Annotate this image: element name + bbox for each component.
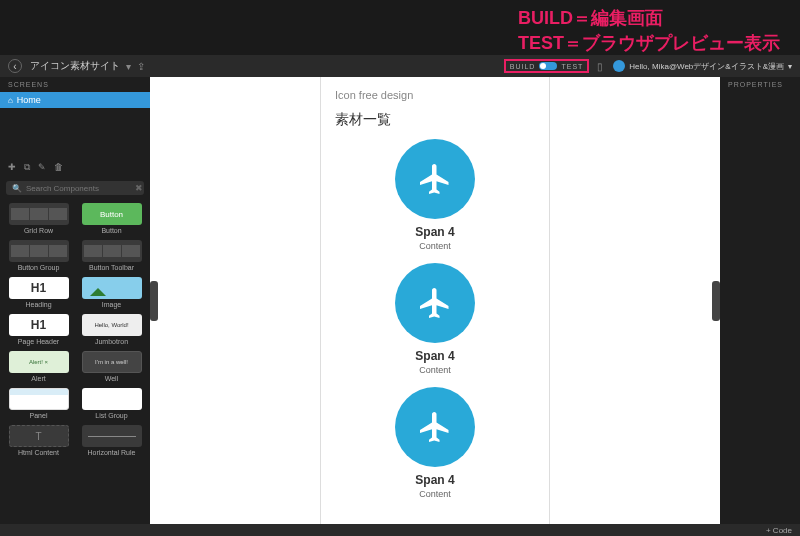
annotation-overlay: BUILD＝編集画面 TEST＝ブラウザプレビュー表示 (518, 6, 780, 56)
left-panel: SCREENS ⌂ Home ✚ ⧉ ✎ 🗑 🔍 ✖ Grid RowButto… (0, 77, 150, 524)
component-preview: I'm in a well! (82, 351, 142, 373)
component-preview (82, 277, 142, 299)
component-label: Well (105, 375, 118, 382)
content-card[interactable]: Span 4Content (335, 387, 535, 499)
component-alert[interactable]: Alert! ×Alert (4, 351, 73, 382)
mode-build-label: BUILD (510, 63, 536, 70)
left-resize-handle[interactable] (150, 281, 158, 321)
search-components[interactable]: 🔍 ✖ (6, 181, 144, 195)
component-label: Horizontal Rule (88, 449, 136, 456)
tool-row: ✚ ⧉ ✎ 🗑 (0, 158, 150, 177)
component-label: Button Toolbar (89, 264, 134, 271)
code-toggle[interactable]: + Code (766, 526, 792, 535)
component-preview: T (9, 425, 69, 447)
content-card[interactable]: Span 4Content (335, 263, 535, 375)
right-panel: PROPERTIES (720, 77, 800, 524)
device-icon[interactable]: ▯ (597, 61, 603, 72)
card-icon-circle (395, 139, 475, 219)
component-preview (82, 388, 142, 410)
component-html-content[interactable]: THtml Content (4, 425, 73, 456)
screen-item-label: Home (17, 95, 41, 105)
properties-label: PROPERTIES (720, 77, 800, 92)
home-icon: ⌂ (8, 96, 13, 105)
component-preview (9, 240, 69, 262)
chevron-down-icon: ▾ (788, 62, 792, 71)
chevron-down-icon[interactable]: ▾ (126, 61, 131, 72)
component-preview: H1 (9, 314, 69, 336)
component-label: Alert (31, 375, 45, 382)
card-content: Content (419, 365, 451, 375)
component-preview (82, 425, 142, 447)
card-title: Span 4 (415, 225, 454, 239)
component-label: Jumbotron (95, 338, 128, 345)
card-content: Content (419, 489, 451, 499)
page-title[interactable]: 素材一覧 (335, 111, 535, 129)
search-input[interactable] (26, 184, 131, 193)
component-label: List Group (95, 412, 127, 419)
component-label: Html Content (18, 449, 59, 456)
component-label: Image (102, 301, 121, 308)
user-menu[interactable]: Hello, Mika@Webデザイン&イラスト&漫画 ▾ (613, 60, 792, 72)
copy-icon[interactable]: ⧉ (24, 162, 30, 173)
project-title[interactable]: アイコン素材サイト (30, 59, 120, 73)
component-preview: H1 (9, 277, 69, 299)
mode-toggle[interactable]: BUILD TEST (504, 59, 590, 73)
card-title: Span 4 (415, 473, 454, 487)
card-content: Content (419, 241, 451, 251)
component-preview: Button (82, 203, 142, 225)
canvas[interactable]: Icon free design 素材一覧 Span 4ContentSpan … (150, 77, 720, 524)
screens-label: SCREENS (0, 77, 150, 92)
annotation-line2: TEST＝ブラウザプレビュー表示 (518, 31, 780, 56)
clear-icon[interactable]: ✖ (135, 183, 143, 193)
annotation-line1: BUILD＝編集画面 (518, 6, 780, 31)
share-icon[interactable]: ⇪ (137, 61, 145, 72)
component-preview (9, 203, 69, 225)
component-jumbotron[interactable]: Hello, World!Jumbotron (77, 314, 146, 345)
component-label: Panel (30, 412, 48, 419)
search-icon: 🔍 (12, 184, 22, 193)
plane-icon (417, 409, 453, 445)
component-grid-row[interactable]: Grid Row (4, 203, 73, 234)
delete-icon[interactable]: 🗑 (54, 162, 63, 173)
component-button-toolbar[interactable]: Button Toolbar (77, 240, 146, 271)
component-label: Button Group (18, 264, 60, 271)
component-preview: Hello, World! (82, 314, 142, 336)
component-heading[interactable]: H1Heading (4, 277, 73, 308)
top-bar: ‹ アイコン素材サイト ▾ ⇪ BUILD TEST ▯ Hello, Mika… (0, 55, 800, 77)
plane-icon (417, 285, 453, 321)
component-label: Button (101, 227, 121, 234)
component-panel[interactable]: Panel (4, 388, 73, 419)
mode-test-label: TEST (561, 63, 583, 70)
right-resize-handle[interactable] (712, 281, 720, 321)
user-greeting: Hello, Mika@Webデザイン&イラスト&漫画 (629, 61, 784, 72)
content-card[interactable]: Span 4Content (335, 139, 535, 251)
component-label: Heading (25, 301, 51, 308)
add-icon[interactable]: ✚ (8, 162, 16, 173)
bottom-bar: + Code (0, 524, 800, 536)
component-page-header[interactable]: H1Page Header (4, 314, 73, 345)
components-palette: Grid RowButtonButtonButton GroupButton T… (0, 199, 150, 466)
component-list-group[interactable]: List Group (77, 388, 146, 419)
component-image[interactable]: Image (77, 277, 146, 308)
back-button[interactable]: ‹ (8, 59, 22, 73)
page-header[interactable]: Icon free design (335, 85, 535, 111)
arrow-left-icon: ‹ (13, 61, 16, 72)
device-frame: Icon free design 素材一覧 Span 4ContentSpan … (320, 77, 550, 524)
component-label: Grid Row (24, 227, 53, 234)
component-button[interactable]: ButtonButton (77, 203, 146, 234)
card-title: Span 4 (415, 349, 454, 363)
component-preview: Alert! × (9, 351, 69, 373)
edit-icon[interactable]: ✎ (38, 162, 46, 173)
component-preview (82, 240, 142, 262)
avatar (613, 60, 625, 72)
card-icon-circle (395, 263, 475, 343)
toggle-switch[interactable] (539, 62, 557, 70)
component-label: Page Header (18, 338, 59, 345)
component-well[interactable]: I'm in a well!Well (77, 351, 146, 382)
plane-icon (417, 161, 453, 197)
card-icon-circle (395, 387, 475, 467)
component-horizontal-rule[interactable]: Horizontal Rule (77, 425, 146, 456)
component-preview (9, 388, 69, 410)
screen-item-home[interactable]: ⌂ Home (0, 92, 150, 108)
component-button-group[interactable]: Button Group (4, 240, 73, 271)
